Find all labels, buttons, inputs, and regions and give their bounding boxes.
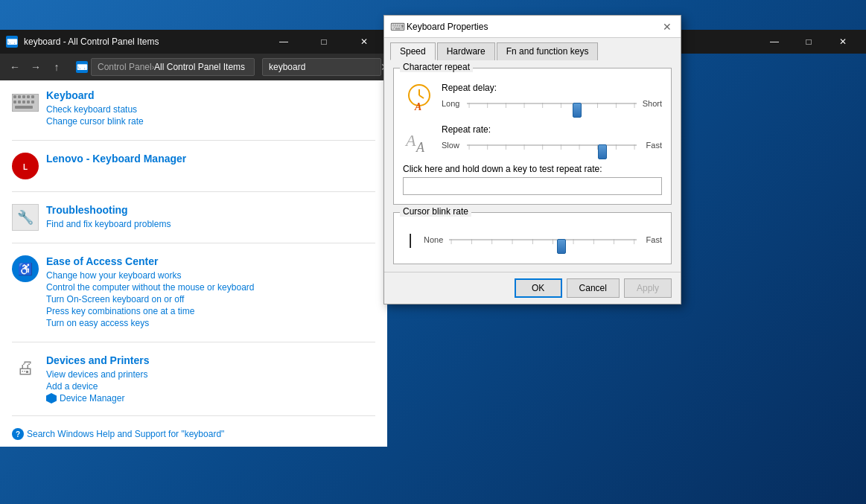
repeat-delay-track-line: | | | | | | | | | | xyxy=(467,103,637,104)
svg-rect-5 xyxy=(31,95,34,98)
repeat-delay-right-label: Short xyxy=(641,99,662,108)
svg-rect-9 xyxy=(27,101,30,103)
character-repeat-group: Character repeat A Repeat delay: xyxy=(393,68,672,205)
explorer-toolbar: ← → ↑ ⌨ Control Panel › All Control Pane… xyxy=(0,54,387,80)
check-keyboard-status-link[interactable]: Check keyboard status xyxy=(46,104,375,115)
cursor-blink-track-line: | | | | | | | | | | xyxy=(449,239,637,240)
explorer-content: Keyboard Check keyboard status Change cu… xyxy=(0,80,387,447)
ok-button[interactable]: OK xyxy=(515,278,562,298)
repeat-rate-slider-row: Slow | | | | | | xyxy=(442,138,662,153)
search-bar[interactable]: ✕ xyxy=(262,58,381,76)
help-link[interactable]: Search Windows Help and Support for "key… xyxy=(27,429,224,439)
troubleshoot-icon: 🔧 xyxy=(12,204,39,231)
devices-section: 🖨 Devices and Printers View devices and … xyxy=(12,354,375,403)
cursor-blink-thumb[interactable] xyxy=(557,239,566,254)
repeat-rate-track-line: | | | | | | | | | | xyxy=(467,144,637,146)
repeat-rate-thumb[interactable] xyxy=(598,144,607,159)
repeat-delay-slider[interactable]: | | | | | | | | | | xyxy=(467,96,637,111)
lenovo-section-title[interactable]: Lenovo - Keyboard Manager xyxy=(46,153,375,165)
character-repeat-content: A Repeat delay: Long | | xyxy=(394,68,671,204)
address-bar[interactable]: Control Panel › All Control Panel Items xyxy=(91,58,255,76)
lenovo-section-body: Lenovo - Keyboard Manager xyxy=(46,153,375,168)
cursor-blink-content: | None | | | | | xyxy=(394,213,671,264)
tab-hardware[interactable]: Hardware xyxy=(437,42,495,60)
repeat-delay-icon: A xyxy=(403,80,436,113)
aa-icon: A A xyxy=(404,124,434,153)
change-keyboard-works-link[interactable]: Change how your keyboard works xyxy=(46,270,375,281)
repeat-delay-slider-row: Long | | | | | | xyxy=(442,96,662,111)
repeat-delay-label: Repeat delay: xyxy=(442,83,662,93)
cursor-blink-slider-area: None | | | | | | | xyxy=(424,232,662,247)
help-row: ? Search Windows Help and Support for "k… xyxy=(12,428,375,440)
right-maximize-btn[interactable]: □ xyxy=(792,31,826,53)
explorer-title-text: keyboard - All Control Panel Items xyxy=(24,36,159,47)
cursor-blink-right-label: Fast xyxy=(641,235,662,244)
svg-rect-11 xyxy=(15,106,33,109)
onscreen-keyboard-link[interactable]: Turn On-Screen keyboard on or off xyxy=(46,294,375,304)
up-btn[interactable]: ↑ xyxy=(48,58,66,76)
cursor-blink-slider-row: None | | | | | | | xyxy=(424,232,662,247)
forward-btn[interactable]: → xyxy=(27,58,45,76)
keyboard-section-icon xyxy=(12,89,39,116)
test-repeat-input[interactable] xyxy=(403,177,662,195)
repeat-rate-control: Repeat rate: Slow | | | | xyxy=(442,124,662,153)
right-close-btn[interactable]: ✕ xyxy=(826,31,860,53)
svg-text:A: A xyxy=(404,131,416,150)
repeat-delay-left-label: Long xyxy=(442,99,462,108)
tab-fn-keys[interactable]: Fn and function keys xyxy=(497,42,599,60)
ease-title[interactable]: Ease of Access Center xyxy=(46,255,375,267)
repeat-delay-thumb[interactable] xyxy=(573,103,582,118)
lenovo-icon-circle: L xyxy=(12,153,39,179)
svg-text:A: A xyxy=(416,140,425,153)
repeat-rate-slider[interactable]: | | | | | | | | | | xyxy=(467,138,637,153)
explorer-minimize-btn[interactable]: — xyxy=(267,31,301,53)
search-input[interactable] xyxy=(269,62,381,72)
cancel-button[interactable]: Cancel xyxy=(567,278,620,298)
back-btn[interactable]: ← xyxy=(6,58,24,76)
troubleshoot-icon-box: 🔧 xyxy=(12,204,39,231)
lenovo-icon: L xyxy=(12,153,39,179)
add-device-link[interactable]: Add a device xyxy=(46,381,375,392)
clock-a-icon: A xyxy=(404,82,434,112)
svg-rect-6 xyxy=(13,101,16,103)
troubleshoot-body: Troubleshooting Find and fix keyboard pr… xyxy=(46,204,375,231)
control-panel-icon: ⌨ xyxy=(76,61,88,73)
explorer-titlebar: ⌨ keyboard - All Control Panel Items — □… xyxy=(0,30,387,54)
lenovo-logo: L xyxy=(17,158,34,174)
view-devices-link[interactable]: View devices and printers xyxy=(46,369,375,380)
control-without-mouse-link[interactable]: Control the computer without the mouse o… xyxy=(46,282,375,293)
dialog-close-btn[interactable]: ✕ xyxy=(660,19,675,34)
devices-icon: 🖨 xyxy=(12,354,39,381)
device-manager-row: Device Manager xyxy=(46,393,375,403)
explorer-close-btn[interactable]: ✕ xyxy=(347,31,381,53)
shield-icon xyxy=(46,393,57,403)
lenovo-section: L Lenovo - Keyboard Manager xyxy=(12,153,375,179)
cursor-blink-group: Cursor blink rate | None | | | | xyxy=(393,212,672,264)
breadcrumb-current: All Control Panel Items xyxy=(154,62,245,72)
svg-rect-8 xyxy=(22,101,25,103)
find-fix-link[interactable]: Find and fix keyboard problems xyxy=(46,219,375,229)
repeat-rate-label: Repeat rate: xyxy=(442,124,662,135)
apply-button[interactable]: Apply xyxy=(624,278,672,298)
right-minimize-btn[interactable]: — xyxy=(757,31,792,53)
test-input-label: Click here and hold down a key to test r… xyxy=(403,164,662,174)
troubleshoot-section: 🔧 Troubleshooting Find and fix keyboard … xyxy=(12,204,375,231)
keyboard-section-title[interactable]: Keyboard xyxy=(46,89,375,101)
divider1 xyxy=(12,140,375,141)
explorer-title-icon: ⌨ xyxy=(6,36,18,48)
divider3 xyxy=(12,243,375,243)
ease-section: ♿ Ease of Access Center Change how your … xyxy=(12,255,375,330)
troubleshoot-title[interactable]: Troubleshooting xyxy=(46,204,375,216)
devices-title[interactable]: Devices and Printers xyxy=(46,354,375,366)
repeat-rate-icon: A A xyxy=(403,122,436,155)
easy-access-keys-link[interactable]: Turn on easy access keys xyxy=(46,318,375,328)
svg-rect-10 xyxy=(31,101,34,103)
tab-speed[interactable]: Speed xyxy=(390,42,436,60)
key-combinations-link[interactable]: Press key combinations one at a time xyxy=(46,306,375,316)
explorer-window: ⌨ keyboard - All Control Panel Items — □… xyxy=(0,30,387,447)
explorer-maximize-btn[interactable]: □ xyxy=(307,31,341,53)
svg-text:A: A xyxy=(414,101,421,112)
change-cursor-blink-link[interactable]: Change cursor blink rate xyxy=(46,116,375,127)
device-manager-link[interactable]: Device Manager xyxy=(60,393,124,403)
cursor-blink-slider[interactable]: | | | | | | | | | | xyxy=(449,232,637,247)
